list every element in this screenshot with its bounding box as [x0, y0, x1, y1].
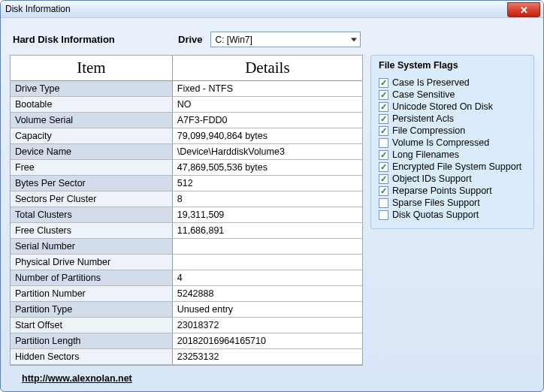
table-row[interactable]: Start Offset23018372 [11, 318, 362, 333]
row-value: 79,099,940,864 bytes [172, 128, 362, 144]
flag-label: Unicode Stored On Disk [392, 101, 493, 113]
row-label: Hidden Sectors [11, 349, 172, 365]
table-row[interactable]: Device Name\Device\HarddiskVolume3 [11, 144, 362, 160]
row-value: 47,869,505,536 bytes [172, 160, 362, 176]
flag-checkbox[interactable] [379, 174, 388, 184]
row-label: Physical Drive Number [11, 255, 172, 270]
flag-checkbox[interactable] [379, 150, 388, 160]
flag-item: File Compression [379, 125, 526, 137]
row-label: Volume Serial [11, 113, 172, 128]
row-value: 5242888 [172, 286, 362, 302]
topbar: Hard Disk Information Drive C: [Win7] [10, 26, 534, 55]
chevron-down-icon [351, 38, 357, 41]
window: Disk Information ✕ Hard Disk Information… [0, 0, 544, 392]
row-label: Free [11, 160, 172, 176]
row-value: NO [172, 97, 362, 113]
row-value: 512 [172, 176, 362, 191]
flag-item: Case Is Preserved [379, 77, 526, 89]
flag-checkbox[interactable] [379, 138, 388, 148]
flag-checkbox[interactable] [379, 126, 388, 136]
footer: http://www.alexnolan.net [10, 366, 534, 387]
drive-label: Drive [178, 34, 203, 45]
flag-checkbox[interactable] [379, 210, 388, 220]
flag-checkbox[interactable] [379, 114, 388, 124]
row-value: \Device\HarddiskVolume3 [172, 144, 362, 160]
table-row[interactable]: Sectors Per Cluster8 [11, 191, 362, 207]
content-area: Hard Disk Information Drive C: [Win7] It… [1, 18, 543, 391]
row-value: Fixed - NTFS [172, 81, 362, 97]
row-value: 8 [172, 191, 362, 207]
row-value [172, 255, 362, 270]
drive-select[interactable]: C: [Win7] [210, 32, 361, 47]
flag-label: Case Sensitive [392, 89, 455, 101]
row-label: Partition Type [11, 302, 172, 318]
close-button[interactable]: ✕ [507, 2, 540, 17]
row-value: A7F3-FDD0 [172, 113, 362, 128]
flag-label: Sparse Files Support [392, 197, 480, 209]
flag-checkbox[interactable] [379, 102, 388, 112]
flag-item: Encrypted File System Support [379, 161, 526, 173]
table-row[interactable]: Drive TypeFixed - NTFS [11, 81, 362, 97]
row-value: 4 [172, 270, 362, 286]
row-label: Device Name [11, 144, 172, 160]
flag-label: File Compression [392, 125, 465, 137]
flag-item: Sparse Files Support [379, 197, 526, 209]
row-label: Serial Number [11, 239, 172, 255]
row-value: 19,311,509 [172, 207, 362, 223]
row-label: Capacity [11, 128, 172, 144]
table-row[interactable]: Physical Drive Number [11, 255, 362, 270]
flag-item: Unicode Stored On Disk [379, 101, 526, 113]
disk-info-table-wrap: Item Details Drive TypeFixed - NTFSBoota… [10, 55, 363, 366]
flag-item: Reparse Points Support [379, 185, 526, 197]
table-row[interactable]: Number of Partitions4 [11, 270, 362, 286]
col-header-item[interactable]: Item [11, 56, 172, 81]
row-label: Bootable [11, 97, 172, 113]
table-row[interactable]: Free47,869,505,536 bytes [11, 160, 362, 176]
flags-title: File System Flags [379, 60, 526, 75]
window-title: Disk Information [5, 4, 71, 14]
flag-checkbox[interactable] [379, 186, 388, 196]
flag-checkbox[interactable] [379, 78, 388, 88]
flag-checkbox[interactable] [379, 90, 388, 100]
row-value: 23253132 [172, 349, 362, 365]
table-row[interactable]: Partition Length20182016964165710 [11, 333, 362, 349]
close-icon: ✕ [520, 5, 528, 16]
flag-label: Case Is Preserved [392, 77, 470, 89]
flag-item: Object IDs Support [379, 173, 526, 185]
website-link[interactable]: http://www.alexnolan.net [22, 373, 132, 384]
hard-disk-info-label: Hard Disk Information [13, 34, 178, 45]
flag-label: Disk Quotas Support [392, 209, 479, 221]
flag-item: Long Filenames [379, 149, 526, 161]
row-label: Partition Length [11, 333, 172, 349]
file-system-flags-group: File System Flags Case Is PreservedCase … [370, 55, 534, 229]
flag-checkbox[interactable] [379, 198, 388, 208]
row-label: Free Clusters [11, 223, 172, 239]
drive-select-value: C: [Win7] [216, 35, 252, 45]
flag-item: Volume Is Compressed [379, 137, 526, 149]
table-row[interactable]: Capacity79,099,940,864 bytes [11, 128, 362, 144]
row-label: Total Clusters [11, 207, 172, 223]
table-row[interactable]: Hidden Sectors23253132 [11, 349, 362, 365]
flag-label: Reparse Points Support [392, 185, 492, 197]
row-label: Bytes Per Sector [11, 176, 172, 191]
flag-checkbox[interactable] [379, 162, 388, 172]
table-row[interactable]: Partition Number5242888 [11, 286, 362, 302]
col-header-details[interactable]: Details [172, 56, 362, 81]
table-row[interactable]: Total Clusters19,311,509 [11, 207, 362, 223]
flag-label: Volume Is Compressed [392, 137, 489, 149]
flag-label: Encrypted File System Support [392, 161, 521, 173]
row-label: Start Offset [11, 318, 172, 333]
table-row[interactable]: Bytes Per Sector512 [11, 176, 362, 191]
row-label: Number of Partitions [11, 270, 172, 286]
row-value: 23018372 [172, 318, 362, 333]
table-row[interactable]: Serial Number [11, 239, 362, 255]
flag-label: Long Filenames [392, 149, 459, 161]
row-label: Drive Type [11, 81, 172, 97]
table-row[interactable]: BootableNO [11, 97, 362, 113]
flag-label: Persistent Acls [392, 113, 454, 125]
table-row[interactable]: Partition TypeUnused entry [11, 302, 362, 318]
table-row[interactable]: Volume SerialA7F3-FDD0 [11, 113, 362, 128]
table-row[interactable]: Free Clusters11,686,891 [11, 223, 362, 239]
row-label: Partition Number [11, 286, 172, 302]
row-value: 11,686,891 [172, 223, 362, 239]
